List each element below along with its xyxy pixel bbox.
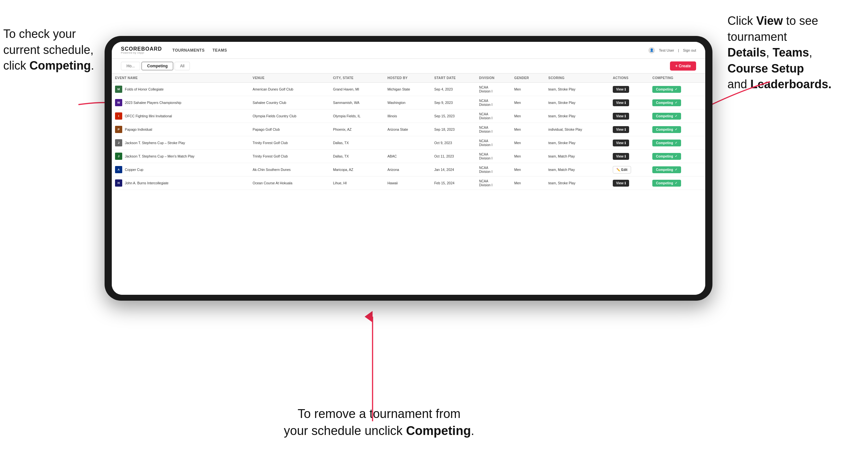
tab-competing[interactable]: Competing [142, 62, 173, 70]
cell-hosted-by: Washington [384, 96, 431, 110]
tournaments-table: EVENT NAME VENUE CITY, STATE HOSTED BY S… [112, 73, 705, 190]
cell-hosted-by: Michigan State [384, 83, 431, 96]
app-header: SCOREBOARD Powered by clippi TOURNAMENTS… [112, 42, 705, 59]
create-button[interactable]: + Create [670, 61, 696, 71]
view-button[interactable]: View ℹ [613, 113, 629, 120]
event-cell: A Copper Cup [112, 163, 249, 177]
cell-gender: Men [511, 163, 545, 177]
col-event-name: EVENT NAME [112, 73, 249, 83]
cell-venue: Sahalee Country Club [249, 96, 330, 110]
competing-button[interactable]: Competing ✓ [652, 139, 681, 147]
cell-actions[interactable]: View ℹ [610, 83, 649, 96]
competing-button[interactable]: Competing ✓ [652, 99, 681, 106]
filter-tabs: Ho... Competing All [121, 62, 190, 70]
cell-actions[interactable]: View ℹ [610, 96, 649, 110]
event-cell: J Jackson T. Stephens Cup – Men's Match … [112, 150, 249, 163]
table-row: W 2023 Sahalee Players Championship Saha… [112, 96, 705, 110]
cell-hosted-by: Arizona [384, 163, 431, 177]
annotation-top-left: To check your current schedule, click Co… [3, 26, 111, 74]
cell-venue: Trinity Forest Golf Club [249, 150, 330, 163]
cell-actions[interactable]: View ℹ [610, 110, 649, 123]
table-container[interactable]: EVENT NAME VENUE CITY, STATE HOSTED BY S… [112, 73, 705, 295]
sign-out-link[interactable]: Sign out [683, 49, 696, 52]
cell-venue: Olympia Fields Country Club [249, 110, 330, 123]
user-avatar: 👤 [648, 47, 655, 54]
cell-scoring: team, Stroke Play [545, 136, 610, 150]
view-button[interactable]: View ℹ [613, 180, 629, 187]
view-button[interactable]: View ℹ [613, 153, 629, 160]
col-gender: GENDER [511, 73, 545, 83]
competing-button[interactable]: Competing ✓ [652, 166, 681, 173]
nav-teams[interactable]: TEAMS [212, 48, 227, 53]
sub-header: Ho... Competing All + Create [112, 59, 705, 73]
cell-actions[interactable]: View ℹ [610, 136, 649, 150]
cell-competing[interactable]: Competing ✓ [649, 110, 705, 123]
cell-competing[interactable]: Competing ✓ [649, 83, 705, 96]
cell-competing[interactable]: Competing ✓ [649, 163, 705, 177]
cell-actions[interactable]: View ℹ [610, 150, 649, 163]
competing-button[interactable]: Competing ✓ [652, 126, 681, 133]
cell-start-date: Jan 14, 2024 [431, 163, 476, 177]
col-competing: COMPETING [649, 73, 705, 83]
team-logo: M [115, 86, 122, 93]
team-logo: W [115, 99, 122, 106]
view-button[interactable]: View ℹ [613, 126, 629, 133]
cell-gender: Men [511, 83, 545, 96]
cell-scoring: team, Match Play [545, 163, 610, 177]
table-row: M Folds of Honor Collegiate American Dun… [112, 83, 705, 96]
logo-subtitle: Powered by clippi [121, 52, 162, 54]
header-right: 👤 Test User | Sign out [648, 47, 696, 54]
cell-competing[interactable]: Competing ✓ [649, 177, 705, 190]
event-cell: I OFCC Fighting Illini Invitational [112, 110, 249, 123]
col-city-state: CITY, STATE [330, 73, 384, 83]
competing-button[interactable]: Competing ✓ [652, 113, 681, 120]
cell-start-date: Oct 11, 2023 [431, 150, 476, 163]
cell-competing[interactable]: Competing ✓ [649, 150, 705, 163]
col-venue: VENUE [249, 73, 330, 83]
cell-city-state: Lihue, HI [330, 177, 384, 190]
cell-city-state: Maricopa, AZ [330, 163, 384, 177]
cell-venue: Ocean Course At Hokuala [249, 177, 330, 190]
cell-actions[interactable]: View ℹ [610, 123, 649, 136]
col-scoring: SCORING [545, 73, 610, 83]
team-logo: P [115, 126, 122, 133]
cell-scoring: team, Stroke Play [545, 110, 610, 123]
competing-button[interactable]: Competing ✓ [652, 86, 681, 93]
cell-gender: Men [511, 123, 545, 136]
cell-actions[interactable]: View ℹ [610, 177, 649, 190]
competing-button[interactable]: Competing ✓ [652, 153, 681, 160]
cell-actions[interactable]: ✏️ Edit [610, 163, 649, 177]
event-cell: J Jackson T. Stephens Cup – Stroke Play [112, 136, 249, 150]
table-header-row: EVENT NAME VENUE CITY, STATE HOSTED BY S… [112, 73, 705, 83]
cell-city-state: Dallas, TX [330, 136, 384, 150]
cell-venue: Papago Golf Club [249, 123, 330, 136]
logo-title: SCOREBOARD [121, 46, 162, 52]
cell-division: NCAADivision I [476, 136, 511, 150]
view-button[interactable]: View ℹ [613, 99, 629, 106]
cell-division: NCAADivision I [476, 110, 511, 123]
tablet-frame: SCOREBOARD Powered by clippi TOURNAMENTS… [104, 36, 712, 301]
competing-button[interactable]: Competing ✓ [652, 180, 681, 187]
col-actions: ACTIONS [610, 73, 649, 83]
event-name: OFCC Fighting Illini Invitational [125, 114, 172, 118]
cell-division: NCAADivision I [476, 150, 511, 163]
view-button[interactable]: View ℹ [613, 139, 629, 147]
col-start-date: START DATE [431, 73, 476, 83]
edit-button[interactable]: ✏️ Edit [613, 166, 631, 174]
nav-tournaments[interactable]: TOURNAMENTS [173, 48, 205, 53]
team-logo: J [115, 139, 122, 147]
cell-division: NCAADivision I [476, 83, 511, 96]
view-button[interactable]: View ℹ [613, 86, 629, 93]
cell-hosted-by: Hawaii [384, 177, 431, 190]
event-name: John A. Burns Intercollegiate [125, 181, 168, 185]
cell-competing[interactable]: Competing ✓ [649, 96, 705, 110]
cell-competing[interactable]: Competing ✓ [649, 136, 705, 150]
cell-start-date: Oct 9, 2023 [431, 136, 476, 150]
cell-venue: Trinity Forest Golf Club [249, 136, 330, 150]
team-logo: I [115, 113, 122, 120]
tab-all[interactable]: All [175, 62, 190, 70]
cell-start-date: Feb 15, 2024 [431, 177, 476, 190]
event-name: Papago Individual [125, 127, 152, 131]
cell-competing[interactable]: Competing ✓ [649, 123, 705, 136]
tab-home[interactable]: Ho... [121, 62, 140, 70]
